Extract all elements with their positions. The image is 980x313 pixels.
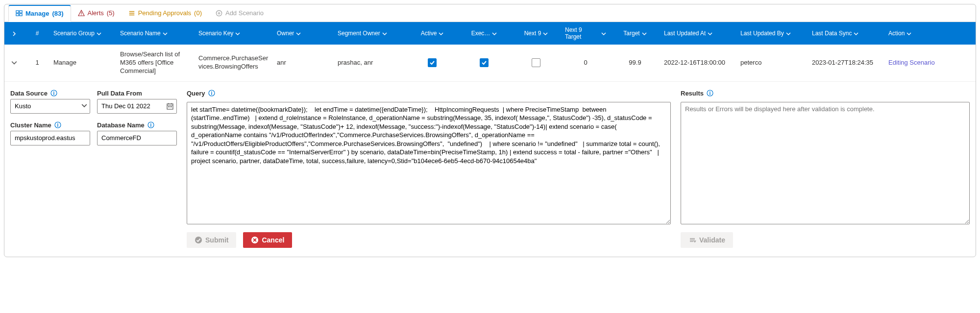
header-next9[interactable]: Next 9	[510, 28, 562, 39]
tab-pending[interactable]: Pending Approvals (0)	[122, 4, 209, 22]
cell-scenario-group: Manage	[50, 58, 117, 68]
header-action[interactable]: Action	[885, 28, 972, 39]
chevron-down-icon	[854, 31, 858, 36]
data-source-select[interactable]	[10, 99, 90, 114]
chevron-down-icon	[786, 31, 791, 36]
cell-action-link[interactable]: Editing Scenario	[885, 58, 972, 68]
tab-add-label: Add Scenario	[225, 9, 264, 17]
info-icon[interactable]: i	[707, 90, 713, 96]
svg-text:i: i	[57, 122, 58, 128]
cell-last-data-sync: 2023-01-27T18:24:35	[809, 58, 885, 68]
tabs-bar: Manage (83) Alerts (5) Pending Approvals…	[4, 4, 976, 22]
chevron-down-icon	[235, 31, 240, 36]
tab-alerts-label: Alerts	[88, 9, 104, 17]
header-last-updated-by[interactable]: Last Updated By	[737, 28, 809, 39]
cluster-name-input[interactable]	[10, 131, 90, 145]
svg-point-27	[195, 237, 202, 243]
cell-owner: anr	[274, 58, 335, 68]
query-label: Query i	[187, 90, 671, 97]
svg-point-5	[81, 14, 81, 15]
cell-exec	[458, 57, 510, 68]
header-next9-target[interactable]: Next 9 Target	[562, 24, 609, 43]
svg-text:i: i	[150, 122, 151, 128]
pull-data-from-input[interactable]	[97, 99, 177, 114]
info-icon[interactable]: i	[147, 121, 154, 128]
chevron-down-icon	[492, 31, 497, 36]
info-icon[interactable]: i	[54, 121, 61, 128]
header-last-updated-at[interactable]: Last Updated At	[661, 28, 737, 39]
tab-manage-count: (83)	[52, 10, 63, 17]
grid-header: # Scenario Group Scenario Name Scenario …	[4, 22, 976, 45]
cell-next9-target: 0	[562, 58, 609, 68]
chevron-down-icon	[906, 31, 911, 36]
pull-data-from-label: Pull Data From	[97, 90, 177, 97]
cell-next9	[510, 57, 562, 68]
checkbox-active[interactable]	[428, 58, 437, 67]
header-segment-owner[interactable]: Segment Owner	[335, 28, 406, 39]
tab-pending-label: Pending Approvals	[138, 9, 191, 17]
row-expand-toggle[interactable]	[4, 59, 24, 67]
svg-rect-1	[20, 11, 22, 13]
svg-rect-2	[16, 14, 19, 16]
header-scenario-group[interactable]: Scenario Group	[50, 28, 117, 39]
data-source-label: Data Source i	[10, 90, 90, 97]
validate-row: Validate	[681, 232, 970, 248]
chevron-down-icon	[439, 31, 443, 36]
header-exec[interactable]: Exec…	[458, 28, 510, 39]
chevron-down-icon	[382, 31, 387, 36]
chevron-down-icon	[708, 31, 712, 36]
info-icon[interactable]: i	[50, 90, 57, 96]
header-target[interactable]: Target	[609, 28, 661, 39]
tab-manage[interactable]: Manage (83)	[8, 5, 71, 22]
info-icon[interactable]: i	[208, 90, 215, 96]
cell-target: 99.9	[609, 58, 661, 68]
database-name-label: Database Name i	[97, 121, 177, 129]
cell-last-updated-at: 2022-12-16T18:00:00	[661, 58, 737, 68]
query-textarea[interactable]	[187, 102, 671, 224]
database-name-input[interactable]	[97, 131, 177, 145]
chevron-down-icon	[296, 31, 301, 36]
submit-button: Submit	[187, 232, 236, 248]
chevron-down-icon	[601, 31, 606, 36]
app-frame: Manage (83) Alerts (5) Pending Approvals…	[4, 4, 976, 257]
svg-text:i: i	[710, 91, 711, 96]
results-textarea[interactable]	[681, 102, 970, 224]
chevron-down-icon	[97, 31, 101, 36]
validate-button: Validate	[681, 232, 733, 248]
list-icon	[128, 10, 135, 17]
plus-circle-icon	[216, 10, 222, 17]
svg-text:i: i	[211, 91, 212, 96]
header-expand[interactable]	[4, 29, 24, 38]
svg-rect-0	[16, 11, 19, 13]
cluster-name-label: Cluster Name i	[10, 121, 90, 129]
tab-alerts-count: (5)	[107, 9, 115, 17]
cell-num: 1	[24, 58, 50, 68]
chevron-down-icon	[642, 31, 647, 36]
cell-last-updated-by: peterco	[737, 58, 809, 68]
tab-pending-count: (0)	[194, 9, 202, 17]
checkbox-exec[interactable]	[480, 58, 489, 67]
manage-icon	[16, 10, 23, 17]
cell-active	[406, 57, 458, 68]
tab-manage-label: Manage	[25, 10, 49, 17]
cancel-button[interactable]: Cancel	[243, 232, 292, 248]
header-scenario-name[interactable]: Scenario Name	[117, 28, 196, 39]
cell-scenario-name: Browse/Search list of M365 offers [Offic…	[117, 49, 196, 76]
cell-segment-owner: prashac, anr	[335, 58, 406, 68]
cell-scenario-key: Commerce.PurchaseServices.BrowsingOffers	[196, 53, 274, 72]
tab-alerts[interactable]: Alerts (5)	[71, 4, 122, 22]
header-owner[interactable]: Owner	[274, 28, 335, 39]
header-active[interactable]: Active	[406, 28, 458, 39]
chevron-down-icon	[543, 31, 548, 36]
details-left-column: Data Source i Pull Data From	[10, 90, 177, 145]
header-num[interactable]: #	[24, 28, 50, 39]
submit-cancel-row: Submit Cancel	[187, 232, 671, 248]
chevron-right-icon	[12, 31, 17, 36]
alert-icon	[78, 10, 85, 17]
header-last-data-sync[interactable]: Last Data Sync	[809, 28, 885, 39]
tab-add-scenario[interactable]: Add Scenario	[209, 4, 270, 22]
results-label: Results i	[681, 90, 970, 97]
checkbox-next9[interactable]	[532, 58, 540, 67]
header-scenario-key[interactable]: Scenario Key	[196, 28, 274, 39]
chevron-down-icon	[163, 31, 168, 36]
